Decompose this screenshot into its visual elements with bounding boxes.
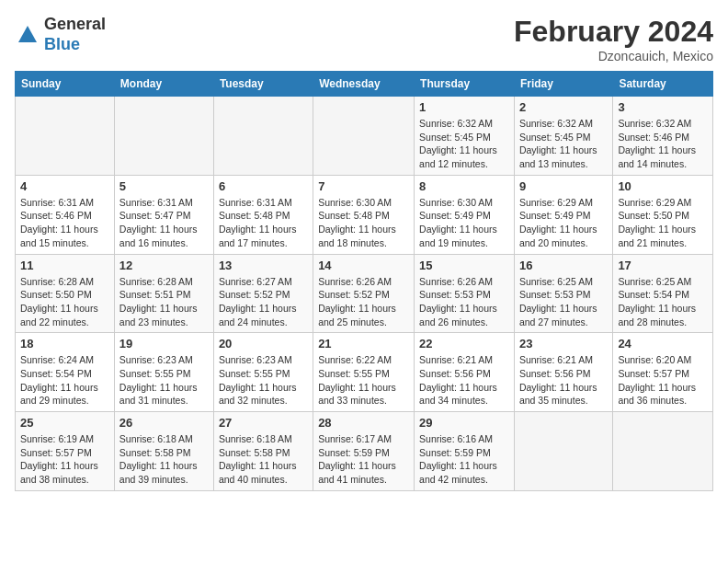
week-row-4: 25Sunrise: 6:19 AM Sunset: 5:57 PM Dayli… [16,412,713,491]
day-number: 11 [20,259,109,272]
day-info: Sunrise: 6:16 AM Sunset: 5:59 PM Dayligh… [419,432,509,487]
day-number: 21 [318,337,409,350]
calendar-cell: 16Sunrise: 6:25 AM Sunset: 5:53 PM Dayli… [514,254,612,333]
calendar-cell: 13Sunrise: 6:27 AM Sunset: 5:52 PM Dayli… [213,254,313,333]
calendar-cell: 5Sunrise: 6:31 AM Sunset: 5:47 PM Daylig… [114,175,213,254]
calendar-cell: 2Sunrise: 6:32 AM Sunset: 5:45 PM Daylig… [514,97,612,176]
week-row-0: 1Sunrise: 6:32 AM Sunset: 5:45 PM Daylig… [16,97,713,176]
weekday-header-tuesday: Tuesday [213,72,313,97]
week-row-1: 4Sunrise: 6:31 AM Sunset: 5:46 PM Daylig… [16,175,713,254]
calendar-cell: 7Sunrise: 6:30 AM Sunset: 5:48 PM Daylig… [313,175,415,254]
day-number: 28 [318,416,409,430]
day-info: Sunrise: 6:28 AM Sunset: 5:51 PM Dayligh… [119,275,209,329]
location: Dzoncauich, Mexico [514,49,713,63]
logo-text: General Blue [44,15,106,54]
calendar-cell: 1Sunrise: 6:32 AM Sunset: 5:45 PM Daylig… [415,97,515,176]
day-info: Sunrise: 6:21 AM Sunset: 5:56 PM Dayligh… [419,353,509,408]
day-info: Sunrise: 6:32 AM Sunset: 5:45 PM Dayligh… [419,117,509,171]
day-number: 4 [20,179,109,193]
day-info: Sunrise: 6:19 AM Sunset: 5:57 PM Dayligh… [20,432,109,487]
day-info: Sunrise: 6:23 AM Sunset: 5:55 PM Dayligh… [119,353,209,408]
day-number: 22 [419,337,509,350]
calendar-cell [16,97,115,176]
calendar-cell [114,97,213,176]
day-info: Sunrise: 6:32 AM Sunset: 5:46 PM Dayligh… [618,117,708,171]
day-info: Sunrise: 6:30 AM Sunset: 5:49 PM Dayligh… [419,196,509,250]
day-info: Sunrise: 6:31 AM Sunset: 5:46 PM Dayligh… [20,196,109,250]
week-row-2: 11Sunrise: 6:28 AM Sunset: 5:50 PM Dayli… [16,254,713,333]
logo-blue: Blue [44,35,80,53]
calendar-cell: 4Sunrise: 6:31 AM Sunset: 5:46 PM Daylig… [16,175,115,254]
day-number: 2 [519,100,608,114]
svg-marker-0 [18,26,37,42]
day-info: Sunrise: 6:23 AM Sunset: 5:55 PM Dayligh… [219,353,308,408]
week-row-3: 18Sunrise: 6:24 AM Sunset: 5:54 PM Dayli… [16,333,713,412]
day-number: 5 [119,179,209,193]
day-info: Sunrise: 6:30 AM Sunset: 5:48 PM Dayligh… [318,196,409,250]
calendar-cell: 29Sunrise: 6:16 AM Sunset: 5:59 PM Dayli… [415,412,515,491]
calendar-cell: 11Sunrise: 6:28 AM Sunset: 5:50 PM Dayli… [16,254,115,333]
calendar-cell: 6Sunrise: 6:31 AM Sunset: 5:48 PM Daylig… [213,175,313,254]
day-number: 23 [519,337,608,350]
calendar-table: SundayMondayTuesdayWednesdayThursdayFrid… [15,71,713,491]
calendar-cell: 23Sunrise: 6:21 AM Sunset: 5:56 PM Dayli… [514,333,612,412]
calendar-cell [213,97,313,176]
weekday-header-sunday: Sunday [16,72,115,97]
logo-general: General [44,15,106,33]
calendar-cell: 12Sunrise: 6:28 AM Sunset: 5:51 PM Dayli… [114,254,213,333]
day-info: Sunrise: 6:25 AM Sunset: 5:54 PM Dayligh… [618,275,708,329]
day-info: Sunrise: 6:31 AM Sunset: 5:48 PM Dayligh… [219,196,308,250]
day-number: 20 [219,337,308,350]
day-info: Sunrise: 6:32 AM Sunset: 5:45 PM Dayligh… [519,117,608,171]
calendar-cell: 19Sunrise: 6:23 AM Sunset: 5:55 PM Dayli… [114,333,213,412]
day-info: Sunrise: 6:27 AM Sunset: 5:52 PM Dayligh… [219,275,308,329]
day-info: Sunrise: 6:28 AM Sunset: 5:50 PM Dayligh… [20,275,109,329]
logo: General Blue [15,15,106,54]
day-info: Sunrise: 6:25 AM Sunset: 5:53 PM Dayligh… [519,275,608,329]
day-info: Sunrise: 6:26 AM Sunset: 5:53 PM Dayligh… [419,275,509,329]
day-number: 24 [618,337,708,350]
calendar-header: SundayMondayTuesdayWednesdayThursdayFrid… [16,72,713,97]
day-number: 10 [618,179,708,193]
day-number: 1 [419,100,509,114]
day-number: 8 [419,179,509,193]
logo-icon [15,22,40,48]
calendar-cell: 20Sunrise: 6:23 AM Sunset: 5:55 PM Dayli… [213,333,313,412]
calendar-cell: 25Sunrise: 6:19 AM Sunset: 5:57 PM Dayli… [16,412,115,491]
day-info: Sunrise: 6:18 AM Sunset: 5:58 PM Dayligh… [119,432,209,487]
day-number: 14 [318,259,409,272]
weekday-header-wednesday: Wednesday [313,72,415,97]
calendar-cell: 9Sunrise: 6:29 AM Sunset: 5:49 PM Daylig… [514,175,612,254]
calendar-cell: 24Sunrise: 6:20 AM Sunset: 5:57 PM Dayli… [613,333,713,412]
day-info: Sunrise: 6:29 AM Sunset: 5:50 PM Dayligh… [618,196,708,250]
calendar-cell: 8Sunrise: 6:30 AM Sunset: 5:49 PM Daylig… [415,175,515,254]
day-number: 12 [119,259,209,272]
day-number: 25 [20,416,109,430]
calendar-cell: 21Sunrise: 6:22 AM Sunset: 5:55 PM Dayli… [313,333,415,412]
calendar-body: 1Sunrise: 6:32 AM Sunset: 5:45 PM Daylig… [16,97,713,491]
day-number: 15 [419,259,509,272]
calendar-cell: 3Sunrise: 6:32 AM Sunset: 5:46 PM Daylig… [613,97,713,176]
day-info: Sunrise: 6:31 AM Sunset: 5:47 PM Dayligh… [119,196,209,250]
day-number: 13 [219,259,308,272]
calendar-cell: 28Sunrise: 6:17 AM Sunset: 5:59 PM Dayli… [313,412,415,491]
calendar-cell: 26Sunrise: 6:18 AM Sunset: 5:58 PM Dayli… [114,412,213,491]
calendar-cell: 14Sunrise: 6:26 AM Sunset: 5:52 PM Dayli… [313,254,415,333]
day-number: 26 [119,416,209,430]
day-info: Sunrise: 6:17 AM Sunset: 5:59 PM Dayligh… [318,432,409,487]
day-number: 17 [618,259,708,272]
day-number: 19 [119,337,209,350]
day-info: Sunrise: 6:21 AM Sunset: 5:56 PM Dayligh… [519,353,608,408]
weekday-header-row: SundayMondayTuesdayWednesdayThursdayFrid… [16,72,713,97]
weekday-header-thursday: Thursday [415,72,515,97]
day-info: Sunrise: 6:26 AM Sunset: 5:52 PM Dayligh… [318,275,409,329]
day-info: Sunrise: 6:22 AM Sunset: 5:55 PM Dayligh… [318,353,409,408]
weekday-header-monday: Monday [114,72,213,97]
calendar-cell: 15Sunrise: 6:26 AM Sunset: 5:53 PM Dayli… [415,254,515,333]
calendar-cell: 17Sunrise: 6:25 AM Sunset: 5:54 PM Dayli… [613,254,713,333]
calendar-cell: 27Sunrise: 6:18 AM Sunset: 5:58 PM Dayli… [213,412,313,491]
day-number: 18 [20,337,109,350]
title-block: February 2024 Dzoncauich, Mexico [514,15,713,63]
weekday-header-saturday: Saturday [613,72,713,97]
weekday-header-friday: Friday [514,72,612,97]
